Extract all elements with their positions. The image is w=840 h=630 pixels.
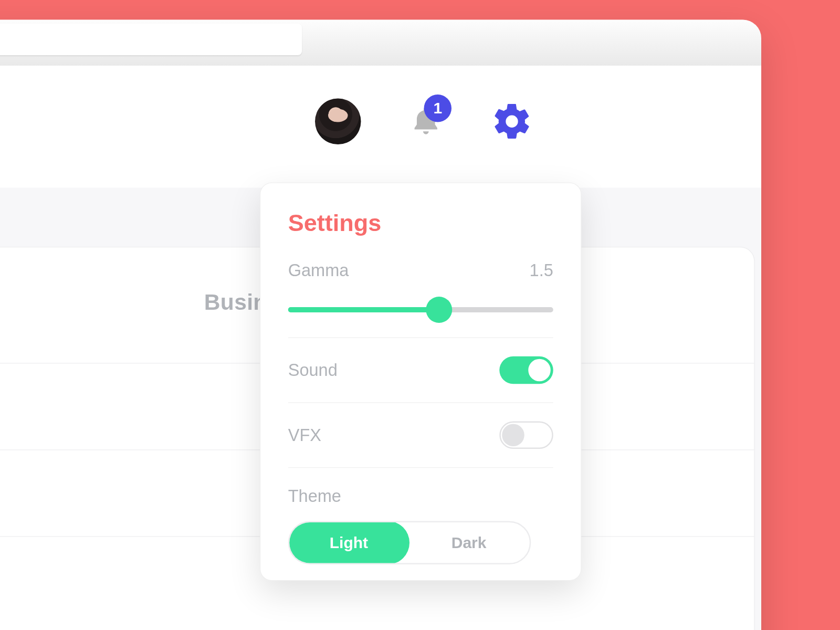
theme-label: Theme xyxy=(288,486,341,506)
avatar[interactable] xyxy=(315,99,361,145)
notification-badge: 1 xyxy=(424,94,452,122)
app-window: 1 Busin Settings Gamma 1.5 xyxy=(0,20,761,631)
settings-title: Settings xyxy=(288,209,553,237)
gamma-slider[interactable] xyxy=(288,299,553,319)
url-bar[interactable] xyxy=(0,24,302,55)
sound-label: Sound xyxy=(288,360,338,381)
setting-sound: Sound xyxy=(288,338,553,403)
toggle-knob xyxy=(502,424,524,447)
card-title: Busin xyxy=(204,289,267,315)
setting-gamma: Gamma 1.5 xyxy=(288,260,553,338)
theme-option-light[interactable]: Light xyxy=(288,521,410,565)
vfx-toggle[interactable] xyxy=(499,422,553,449)
theme-segmented[interactable]: Light Dark xyxy=(288,521,531,565)
theme-option-dark[interactable]: Dark xyxy=(408,522,530,563)
gamma-label: Gamma xyxy=(288,260,349,281)
sound-toggle[interactable] xyxy=(499,356,553,384)
vfx-label: VFX xyxy=(288,425,321,445)
setting-vfx: VFX xyxy=(288,403,553,468)
setting-theme: Theme Light Dark xyxy=(288,468,553,564)
settings-panel: Settings Gamma 1.5 Sound xyxy=(260,183,582,581)
notifications-button[interactable]: 1 xyxy=(403,99,449,145)
gear-icon[interactable] xyxy=(491,100,533,142)
gamma-value: 1.5 xyxy=(530,260,553,281)
slider-knob[interactable] xyxy=(426,297,453,323)
toggle-knob xyxy=(528,359,551,382)
top-bar: 1 xyxy=(0,66,761,188)
slider-fill xyxy=(288,307,439,312)
